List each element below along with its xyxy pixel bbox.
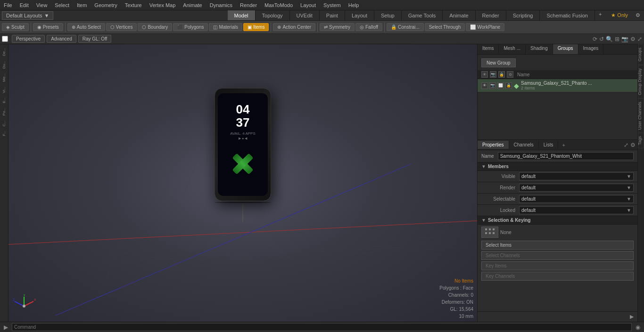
menu-vertex-map[interactable]: Vertex Map — [146, 1, 180, 9]
auto-select-button[interactable]: ⊕ Auto Select — [67, 23, 105, 31]
tab-uvedit[interactable]: UVEdit — [290, 10, 320, 20]
layout-dropdown[interactable]: Default Layouts ▼ — [2, 11, 53, 20]
tab-animate[interactable]: Animate — [443, 10, 475, 20]
tab-render[interactable]: Render — [476, 10, 506, 20]
tab-paint[interactable]: Paint — [320, 10, 345, 20]
edge-tab-groups[interactable]: Groups — [638, 44, 644, 65]
item-camera-icon[interactable]: 📷 — [489, 82, 496, 89]
symmetry-button[interactable]: ⇌ Symmetry — [320, 23, 355, 31]
sidebar-item-du[interactable]: Du... — [1, 59, 7, 71]
menu-help[interactable]: Help — [345, 1, 363, 9]
advanced-button[interactable]: Advanced — [47, 35, 76, 43]
sidebar-item-vi[interactable]: Vi... — [1, 85, 7, 95]
ptab-gear-icon[interactable]: ⚙ — [630, 142, 636, 148]
tab-topology[interactable]: Topology — [256, 10, 290, 20]
gtab-mesh[interactable]: Mesh ... — [499, 44, 526, 54]
menu-texture[interactable]: Texture — [121, 1, 146, 9]
expand-arrow-icon[interactable]: ▶ — [630, 314, 634, 320]
selectable-select[interactable]: default ▼ — [519, 195, 634, 203]
viewport-icon-settings[interactable]: ⚙ — [630, 36, 636, 42]
item-lock-icon[interactable]: 🔒 — [505, 82, 512, 89]
key-channels-button[interactable]: Key Channels — [481, 272, 634, 281]
tab-model[interactable]: Model — [228, 10, 256, 20]
viewport-icon-reset[interactable]: ↺ — [599, 36, 604, 42]
gtab-images[interactable]: Images — [578, 44, 604, 54]
falloff-button[interactable]: ◎ Falloff — [355, 23, 382, 31]
edge-tab-group-display[interactable]: Group Display — [638, 65, 644, 98]
tab-game-tools[interactable]: Game Tools — [402, 10, 443, 20]
viewport[interactable]: 04 37 AVAIL. 4 APPS ▶ ● ◀ — [8, 44, 477, 322]
sidebar-item-c[interactable]: C... — [1, 119, 7, 128]
camera-icon[interactable]: 📷 — [490, 71, 496, 78]
menu-geometry[interactable]: Geometry — [91, 1, 121, 9]
command-submit-icon[interactable]: ◉ — [634, 324, 642, 331]
groups-list-item[interactable]: 👁 📷 ⬜ 🔒 ◆ Samsung_Galaxy_S21_Phanto ... … — [478, 79, 637, 92]
render-select[interactable]: default ▼ — [519, 184, 634, 192]
menu-system[interactable]: System — [320, 1, 345, 9]
menu-animate[interactable]: Animate — [179, 1, 206, 9]
presets-button[interactable]: ◉ Presets — [33, 23, 63, 31]
eye-icon[interactable]: 👁 — [481, 71, 488, 78]
menu-edit[interactable]: Edit — [16, 1, 33, 9]
viewport-checkbox[interactable] — [2, 36, 8, 42]
ray-gl-button[interactable]: Ray GL: Off — [78, 35, 112, 43]
command-toggle-icon[interactable]: ▶ — [2, 324, 10, 331]
ptab-channels[interactable]: Channels — [509, 141, 539, 149]
menu-view[interactable]: View — [33, 1, 51, 9]
sel-keying-section-header[interactable]: ▼ Selection & Keying — [478, 216, 637, 225]
tab-setup[interactable]: Setup — [374, 10, 402, 20]
constraints-button[interactable]: 🔒 Constrai... — [387, 23, 424, 31]
menu-select[interactable]: Select — [51, 1, 73, 9]
select-channels-button[interactable]: Select Channels — [481, 251, 634, 260]
select-through-button[interactable]: Select Through — [425, 23, 465, 31]
command-input[interactable] — [12, 323, 632, 331]
tab-scripting[interactable]: Scripting — [506, 10, 540, 20]
members-section-header[interactable]: ▼ Members — [478, 162, 637, 171]
new-group-button[interactable]: New Group — [481, 58, 516, 67]
vertices-button[interactable]: ⬡ Vertices — [106, 23, 137, 31]
edge-tab-tags[interactable]: Tags — [638, 133, 644, 148]
add-tab-button[interactable]: + — [595, 10, 605, 20]
tab-schematic-fusion[interactable]: Schematic Fusion — [540, 10, 594, 20]
gtab-groups[interactable]: Groups — [553, 44, 578, 54]
viewport-icon-zoom[interactable]: 🔍 — [606, 36, 613, 42]
menu-layout[interactable]: Layout — [297, 1, 320, 9]
viewport-icon-fit[interactable]: ⊞ — [615, 36, 619, 42]
viewport-icon-rotate[interactable]: ⟳ — [593, 36, 597, 42]
select-items-button[interactable]: Select Items — [481, 241, 634, 250]
sidebar-item-de[interactable]: De... — [1, 46, 7, 58]
boundary-button[interactable]: ⬡ Boundary — [138, 23, 172, 31]
viewport-icon-expand[interactable]: ⤢ — [637, 36, 642, 42]
locked-select[interactable]: default ▼ — [519, 206, 634, 214]
menu-maxtomodo[interactable]: MaxToModo — [261, 1, 297, 9]
gtab-items[interactable]: Items — [478, 44, 499, 54]
workplane-button[interactable]: ⬜ WorkPlane — [466, 23, 504, 31]
viewport-icon-camera[interactable]: 📷 — [621, 36, 628, 42]
menu-item[interactable]: Item — [73, 1, 91, 9]
sidebar-item-e[interactable]: E... — [1, 96, 7, 105]
settings-icon[interactable]: ⚙ — [632, 11, 644, 19]
item-eye-icon[interactable]: 👁 — [481, 82, 488, 89]
menu-render[interactable]: Render — [236, 1, 261, 9]
ptab-plus[interactable]: + — [558, 141, 569, 149]
keying-dots-icon[interactable] — [481, 227, 498, 238]
menu-dynamics[interactable]: Dynamics — [206, 1, 236, 9]
key-items-button[interactable]: Key Items — [481, 261, 634, 270]
sidebar-item-po[interactable]: Po... — [1, 106, 7, 117]
gtab-shading[interactable]: Shading — [526, 44, 553, 54]
tab-layout[interactable]: Layout — [345, 10, 374, 20]
item-render-icon[interactable]: ⬜ — [497, 82, 504, 89]
ptab-lists[interactable]: Lists — [539, 141, 559, 149]
view-mode-button[interactable]: Perspective — [12, 35, 45, 43]
maximize-icon[interactable]: ⤢ — [624, 142, 628, 148]
materials-button[interactable]: ◫ Materials — [209, 23, 242, 31]
menu-file[interactable]: File — [0, 1, 16, 9]
lock-icon[interactable]: 🔒 — [498, 71, 505, 78]
sculpt-button[interactable]: ◈ Sculpt — [2, 23, 29, 31]
name-input[interactable] — [498, 152, 634, 160]
action-center-button[interactable]: ⊕ Action Center — [273, 23, 315, 31]
visible-select[interactable]: default ▼ — [519, 172, 634, 180]
gear-icon[interactable]: ⚙ — [507, 71, 513, 78]
polygons-button[interactable]: ⬛ Polygons — [173, 23, 208, 31]
sidebar-item-me[interactable]: Me... — [1, 72, 7, 84]
